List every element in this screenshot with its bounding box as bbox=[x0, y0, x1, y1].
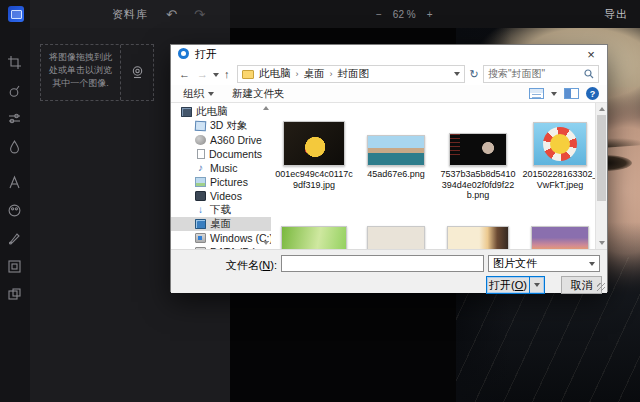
windows-drive-icon bbox=[195, 233, 206, 243]
tree-item-this-pc[interactable]: 此电脑 bbox=[171, 105, 271, 119]
tool-rail bbox=[0, 28, 30, 402]
folder-tree: 此电脑 3D 对象 A360 Drive Documents ♪Music Pi… bbox=[171, 103, 271, 249]
app-window: 资料库 ↶ ↷ − 62 % + 导出 将图像拖拽到此处或单击以浏览其中一个图像… bbox=[0, 0, 640, 402]
dialog-title: 打开 bbox=[195, 47, 217, 62]
tab-library-label: 资料库 bbox=[112, 7, 148, 22]
scroll-down-icon[interactable] bbox=[599, 241, 605, 245]
music-icon: ♪ bbox=[195, 163, 206, 173]
dialog-title-bar[interactable]: 打开 × bbox=[171, 45, 607, 63]
downloads-icon: ↓ bbox=[195, 205, 206, 215]
file-thumbnail bbox=[367, 135, 425, 166]
zoom-in-button[interactable]: + bbox=[427, 9, 433, 20]
help-icon[interactable]: ? bbox=[586, 87, 599, 100]
filename-input[interactable] bbox=[281, 255, 484, 272]
breadcrumb-cover-folder[interactable]: 封面图 bbox=[337, 67, 371, 81]
scroll-up-icon[interactable] bbox=[599, 107, 605, 111]
breadcrumb-separator: › bbox=[292, 69, 303, 79]
camera-capture-button[interactable] bbox=[121, 45, 153, 100]
adjust-icon[interactable] bbox=[7, 111, 23, 127]
dialog-app-icon bbox=[178, 48, 189, 59]
collage-icon[interactable] bbox=[7, 287, 23, 303]
zoom-level: 62 % bbox=[393, 9, 416, 20]
organize-dropdown-icon bbox=[208, 92, 214, 96]
draw-icon[interactable] bbox=[7, 231, 23, 247]
tree-item-3d-objects[interactable]: 3D 对象 bbox=[171, 119, 271, 133]
filter-dropdown-icon bbox=[589, 262, 595, 266]
dialog-footer: 文件名(N): 图片文件 打开(O) 取消 bbox=[171, 249, 607, 293]
dropzone-text: 将图像拖拽到此处或单击以浏览其中一个图像. bbox=[41, 45, 121, 100]
dialog-body: 此电脑 3D 对象 A360 Drive Documents ♪Music Pi… bbox=[171, 103, 607, 249]
tree-item-videos[interactable]: Videos bbox=[171, 189, 271, 203]
refresh-button[interactable]: ↻ bbox=[467, 65, 481, 83]
file-type-filter[interactable]: 图片文件 bbox=[488, 255, 600, 272]
desktop-icon bbox=[195, 219, 206, 229]
zoom-out-button[interactable]: − bbox=[376, 9, 382, 20]
up-button[interactable]: ↑ bbox=[224, 68, 230, 80]
a360-drive-icon bbox=[195, 135, 206, 145]
splash-icon[interactable] bbox=[7, 139, 23, 155]
back-button[interactable]: ← bbox=[179, 68, 190, 80]
tree-item-pictures[interactable]: Pictures bbox=[171, 175, 271, 189]
open-dropdown-icon[interactable] bbox=[529, 277, 544, 293]
app-logo-icon bbox=[8, 6, 24, 22]
open-file-dialog: 打开 × ← → ↑ 此电脑 › 桌面 › 封面图 ↻ 搜索"封面图" bbox=[170, 44, 608, 292]
file-list: 001ec949c4c0117c9df319.jpg 45ad67e6.png … bbox=[275, 103, 597, 249]
heal-icon[interactable] bbox=[7, 83, 23, 99]
tree-item-documents[interactable]: Documents bbox=[171, 147, 271, 161]
tree-item-downloads[interactable]: ↓下载 bbox=[171, 203, 271, 217]
tree-scroll-down[interactable] bbox=[261, 241, 271, 245]
top-bar: 资料库 ↶ ↷ − 62 % + 导出 bbox=[0, 0, 640, 28]
text-icon[interactable] bbox=[7, 175, 23, 191]
documents-icon bbox=[197, 149, 205, 159]
breadcrumb-separator: › bbox=[326, 69, 337, 79]
file-thumbnail bbox=[449, 133, 507, 166]
file-thumbnail bbox=[531, 226, 589, 249]
looks-icon[interactable] bbox=[7, 203, 23, 219]
close-icon[interactable]: × bbox=[575, 45, 607, 63]
tree-item-desktop[interactable]: 桌面 bbox=[171, 217, 271, 231]
redo-icon[interactable]: ↷ bbox=[194, 0, 205, 28]
breadcrumb-desktop[interactable]: 桌面 bbox=[303, 67, 326, 81]
organize-button[interactable]: 组织 bbox=[183, 87, 214, 101]
file-thumbnail bbox=[533, 122, 587, 166]
open-button[interactable]: 打开(O) bbox=[486, 276, 545, 294]
3d-objects-icon bbox=[195, 121, 207, 132]
tree-scroll-up[interactable] bbox=[261, 106, 271, 110]
organize-label: 组织 bbox=[183, 87, 204, 101]
filename-label: 文件名(N): bbox=[207, 258, 277, 273]
tree-item-a360-drive[interactable]: A360 Drive bbox=[171, 133, 271, 147]
border-icon[interactable] bbox=[7, 259, 23, 275]
resize-grip[interactable] bbox=[597, 283, 605, 291]
tree-item-windows-c[interactable]: Windows (C:) bbox=[171, 231, 271, 245]
tree-item-music[interactable]: ♪Music bbox=[171, 161, 271, 175]
image-dropzone[interactable]: 将图像拖拽到此处或单击以浏览其中一个图像. bbox=[40, 44, 154, 101]
views-dropdown-icon[interactable] bbox=[551, 92, 557, 96]
pictures-icon bbox=[195, 177, 206, 187]
history-dropdown-icon[interactable] bbox=[213, 73, 219, 77]
views-icon[interactable] bbox=[529, 88, 544, 99]
address-dropdown-icon[interactable] bbox=[454, 72, 460, 76]
breadcrumb-this-pc[interactable]: 此电脑 bbox=[258, 67, 292, 81]
dialog-nav-bar: ← → ↑ 此电脑 › 桌面 › 封面图 ↻ 搜索"封面图" bbox=[171, 63, 607, 85]
new-folder-button[interactable]: 新建文件夹 bbox=[232, 87, 285, 101]
scrollbar-thumb[interactable] bbox=[597, 115, 606, 201]
file-list-scrollbar[interactable] bbox=[595, 103, 607, 249]
file-thumbnail bbox=[367, 226, 425, 249]
export-button[interactable]: 导出 bbox=[604, 0, 628, 28]
dialog-toolbar: 组织 新建文件夹 ? bbox=[171, 85, 607, 103]
crop-icon[interactable] bbox=[7, 55, 23, 71]
file-thumbnail bbox=[283, 121, 345, 166]
cancel-button[interactable]: 取消 bbox=[561, 276, 602, 294]
forward-button[interactable]: → bbox=[197, 68, 208, 80]
search-icon bbox=[584, 69, 594, 79]
address-bar[interactable]: 此电脑 › 桌面 › 封面图 bbox=[237, 65, 465, 83]
undo-icon[interactable]: ↶ bbox=[166, 0, 177, 28]
file-thumbnail bbox=[281, 226, 347, 249]
file-thumbnail bbox=[447, 226, 509, 249]
search-box[interactable]: 搜索"封面图" bbox=[483, 65, 599, 83]
open-button-label: 打开(O) bbox=[487, 277, 529, 293]
zoom-control: − 62 % + bbox=[376, 0, 432, 28]
this-pc-icon bbox=[181, 107, 192, 117]
preview-pane-icon[interactable] bbox=[564, 88, 579, 99]
camera-icon bbox=[130, 65, 145, 80]
